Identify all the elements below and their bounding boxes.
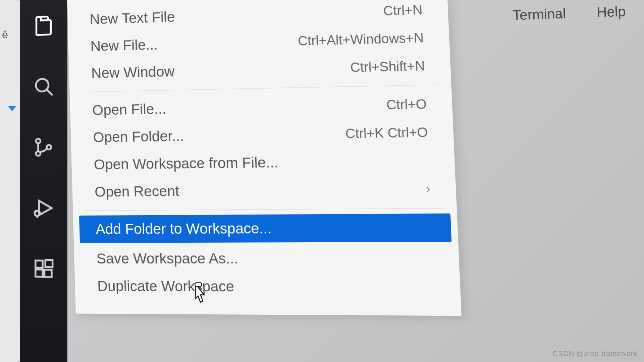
- menu-open-workspace-from-file[interactable]: Open Workspace from File...: [71, 146, 455, 178]
- menu-item-label: Open Folder...: [93, 128, 184, 145]
- menu-item-label: New Text File: [90, 9, 175, 27]
- menu-item-label: Add Folder to Workspace...: [96, 220, 272, 238]
- svg-rect-8: [36, 269, 43, 277]
- menubar-help[interactable]: Help: [591, 0, 632, 23]
- search-icon[interactable]: [30, 72, 57, 100]
- svg-point-3: [36, 151, 40, 156]
- svg-line-1: [47, 90, 53, 96]
- source-control-icon[interactable]: [30, 133, 57, 161]
- breadcrumb-collapse-icon[interactable]: [8, 106, 16, 112]
- menu-open-recent[interactable]: Open Recent ›: [72, 175, 457, 206]
- menu-item-label: Save Workspace As...: [96, 250, 238, 267]
- menu-add-folder-to-workspace[interactable]: Add Folder to Workspace...: [79, 214, 452, 243]
- run-debug-icon[interactable]: [30, 194, 57, 222]
- menu-item-shortcut: Ctrl+K Ctrl+O: [345, 125, 428, 141]
- svg-point-2: [36, 139, 40, 143]
- menu-item-label: Open Recent: [95, 183, 180, 200]
- file-menu-dropdown: New Text File Ctrl+N New File... Ctrl+Al…: [67, 0, 462, 316]
- menu-item-shortcut: Ctrl+O: [386, 97, 427, 112]
- chevron-right-icon: ›: [426, 182, 431, 197]
- menu-item-label: New File...: [90, 37, 158, 55]
- menubar: Terminal Help: [493, 0, 644, 27]
- menu-item-label: Duplicate Workspace: [97, 278, 234, 295]
- menu-item-label: Open File...: [92, 101, 166, 118]
- menu-item-label: Open Workspace from File...: [94, 154, 278, 173]
- extensions-icon[interactable]: [30, 255, 57, 283]
- menu-save-workspace-as[interactable]: Save Workspace As...: [74, 244, 460, 273]
- menu-item-shortcut: Ctrl+Shift+N: [350, 58, 425, 75]
- menu-duplicate-workspace[interactable]: Duplicate Workspace: [74, 273, 461, 302]
- menu-item-shortcut: Ctrl+Alt+Windows+N: [298, 30, 424, 48]
- svg-rect-10: [45, 260, 52, 267]
- explorer-icon[interactable]: [30, 11, 57, 40]
- edge-glyph: ê: [2, 28, 8, 41]
- svg-marker-5: [39, 201, 52, 215]
- svg-point-0: [36, 79, 48, 92]
- watermark-text: CSDN @zfoo-framework: [553, 349, 637, 358]
- menu-item-shortcut: Ctrl+N: [383, 2, 423, 18]
- activity-bar: [20, 0, 67, 362]
- svg-rect-9: [44, 270, 51, 277]
- menu-separator: [85, 208, 444, 211]
- menu-item-label: New Window: [91, 63, 175, 81]
- svg-rect-7: [36, 260, 43, 268]
- menubar-terminal[interactable]: Terminal: [507, 3, 572, 26]
- window-left-edge: ê: [0, 0, 20, 362]
